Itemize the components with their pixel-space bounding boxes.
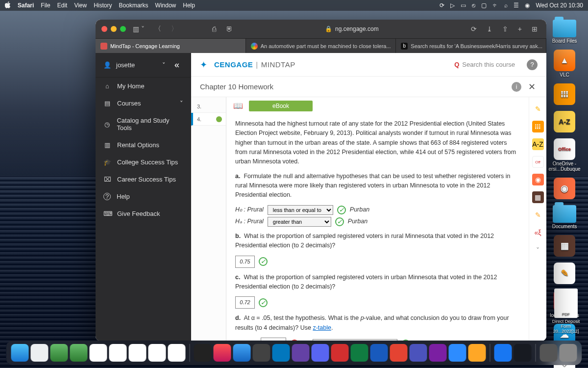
address-bar[interactable]: 🔒 ng.cengage.com [240,26,464,32]
question-item-4[interactable]: 4. [191,113,226,126]
wifi-icon[interactable]: ᯤ [492,2,498,9]
close-window-button[interactable] [101,26,107,32]
menu-history[interactable]: History [94,2,112,9]
spotlight-icon[interactable]: ⌕ [504,2,508,9]
menu-window[interactable]: Window [155,2,176,9]
menu-file[interactable]: File [41,2,50,9]
battery-icon[interactable]: ▭ [461,2,466,9]
dock-calendar[interactable] [148,344,166,362]
dock-todoist[interactable] [390,344,408,362]
dock-trash[interactable] [560,344,577,362]
maximize-window-button[interactable] [120,26,126,32]
tabs-overview-icon[interactable]: ⊞ [529,25,540,33]
expand-tool[interactable]: ˅ [532,244,544,256]
folder-onedrive[interactable]: OfficeOneDrive - ersi...Dubuque [545,138,584,172]
app-vlc[interactable]: ▲VLC [545,50,584,78]
folder-documents[interactable]: Documents [545,205,584,229]
sidebar-toggle-icon[interactable]: ▥ ˅ [130,25,147,33]
dock-steam[interactable] [514,344,532,362]
sidebar-item-rental[interactable]: ▥Rental Options [96,136,191,154]
menu-bookmarks[interactable]: Bookmarks [119,2,148,9]
downloads-icon[interactable]: ⤓ [484,25,495,33]
dock-tv[interactable] [194,344,212,362]
menu-help[interactable]: Help [183,2,195,9]
highlighter-tool[interactable]: ✎ [532,103,544,115]
dock-music[interactable] [214,344,231,362]
dock-app3[interactable] [429,344,447,362]
dock-appstore[interactable] [233,344,251,362]
office-tool[interactable]: Off [532,156,544,168]
sidebar-item-college-tips[interactable]: 🎓College Success Tips [96,154,191,171]
info-icon[interactable]: i [512,82,521,92]
ebook-button[interactable]: eBook [249,101,313,111]
dock-zoom[interactable] [449,344,466,362]
menu-view[interactable]: View [74,2,87,9]
sidebar-item-courses[interactable]: ▤Courses˅ [96,95,191,112]
dock-facebook[interactable] [494,344,512,362]
siri-icon[interactable]: ◉ [525,2,530,9]
menu-edit[interactable]: Edit [57,2,68,9]
bluetooth-icon[interactable]: ⎋ [472,2,475,9]
dock-launchpad[interactable] [31,344,49,362]
dock-preview[interactable] [129,344,147,362]
b-value[interactable]: 0.75 [235,256,255,268]
app-az[interactable]: A-Z [545,111,584,132]
display-icon[interactable]: ▢ [481,2,487,9]
dock-messages[interactable] [70,344,88,362]
dock-photos[interactable] [90,344,107,362]
book-tool[interactable]: ▦ [532,191,544,203]
app-notes[interactable]: ✎ [545,263,584,284]
app-book[interactable]: ▦ [545,235,584,257]
desktop-pdf[interactable]: Direct Deposit Form 20...2022[12] [551,289,581,334]
window-controls[interactable] [101,26,126,32]
dock-downloads[interactable] [540,344,558,362]
dock-facetime[interactable] [50,344,68,362]
help-button[interactable]: ? [527,59,538,70]
control-center-icon[interactable]: ☰ [514,2,519,9]
question-item-3[interactable]: 3. [191,100,226,113]
circle-tool[interactable]: ◉ [532,174,544,185]
sidebar-item-home[interactable]: ⌂My Home [96,78,191,95]
dock-discord[interactable] [312,344,329,362]
reload-button[interactable]: ⟳ [468,25,480,33]
minimize-window-button[interactable] [111,26,117,32]
sidebar-item-career-tips[interactable]: ⌧Career Success Tips [96,171,191,188]
h0-select[interactable]: less than or equal to [268,205,333,215]
z-table-link[interactable]: z-table [313,324,331,331]
shield-icon[interactable]: ⛨ [223,25,236,33]
status-icon[interactable]: ⟳ [440,2,444,9]
ebook-icon[interactable]: 📖 [233,100,243,112]
c-value[interactable]: 0.72 [235,296,255,309]
folder-board-files[interactable]: Board Files [545,20,584,44]
graph-tool[interactable]: «ξ [532,227,544,238]
share-icon[interactable]: ⇪ [499,25,511,33]
dock-reminders[interactable] [168,344,186,362]
app-rss[interactable]: 𝍖 [545,83,584,105]
tab-mindtap[interactable]: MindTap - Cengage Learning [96,39,246,53]
new-tab-button[interactable]: + [515,25,525,33]
sidebar-item-help[interactable]: ?Help [96,188,191,205]
back-button[interactable]: 〈 [151,25,164,33]
collapse-sidebar-button[interactable]: « [171,60,183,70]
dock-finder[interactable] [11,344,29,362]
ha-select[interactable]: greater than [268,217,331,227]
note-tool[interactable]: ✎ [532,209,544,221]
app-orange[interactable]: ◉ [545,178,584,199]
dock-app2[interactable] [331,344,349,362]
user-menu[interactable]: 👤 josette ˅ « [96,53,191,78]
dock-word[interactable] [370,344,388,362]
tab-google[interactable]: An automotive part must be machined to c… [246,39,396,53]
flashcard-tool[interactable]: A-Z [532,138,544,150]
sidebar-item-catalog[interactable]: ◷Catalog and Study Tools [96,112,191,136]
course-search[interactable]: Q Search this course [454,61,515,68]
apple-icon[interactable] [5,1,11,10]
dock-twitch[interactable] [292,344,310,362]
dock-app1[interactable] [253,344,270,362]
close-assignment-button[interactable]: ✕ [526,81,538,92]
forward-button[interactable]: 〉 [168,25,181,33]
tab-search-results[interactable]: bSearch results for 'A Businessweek/Harr… [396,39,546,53]
clock[interactable]: Wed Oct 20 10:30 [536,2,583,9]
dock-vscode[interactable] [272,344,290,362]
dock-app4[interactable] [468,344,486,362]
app-menu[interactable]: Safari [18,2,34,9]
